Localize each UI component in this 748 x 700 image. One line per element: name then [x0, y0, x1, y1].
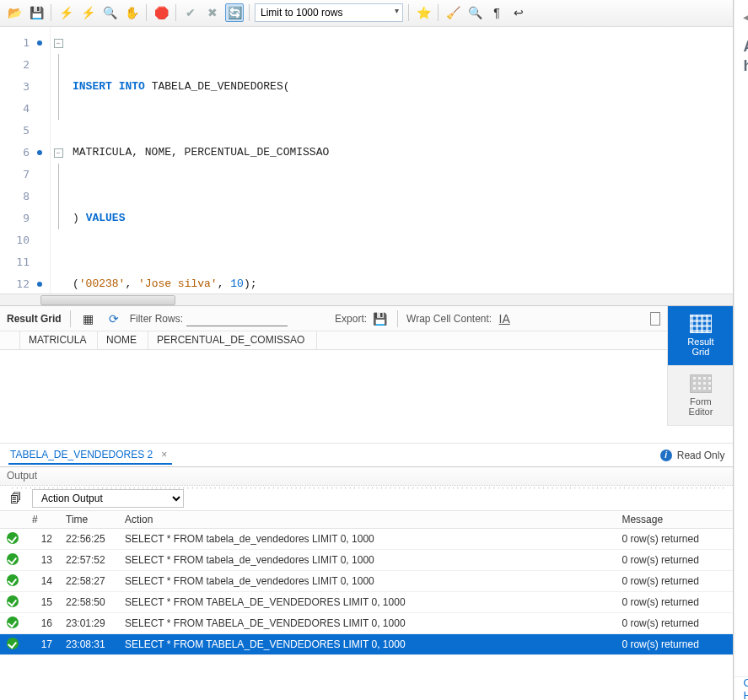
export-label: Export:	[335, 313, 367, 325]
context-help-tab[interactable]: Context Help S	[735, 676, 748, 700]
line-number: 6	[5, 142, 45, 164]
filter-rows-input[interactable]	[186, 311, 288, 326]
resultset-tabs: TABELA_DE_VENDEDORES 2 × i Read Only	[0, 443, 733, 466]
stop-icon[interactable]: 🛑	[152, 3, 170, 22]
sql-editor[interactable]: 123456789101112 −− INSERT INTO TABELA_DE…	[0, 27, 733, 305]
result-grid-body	[0, 350, 667, 443]
output-history-icon[interactable]: 🗐	[7, 489, 25, 508]
col-time[interactable]: Time	[59, 511, 118, 529]
code-area[interactable]: INSERT INTO TABELA_DE_VENDEDORES( MATRIC…	[66, 27, 733, 305]
output-mode-select[interactable]: Action Output	[32, 489, 184, 508]
wrap-cell-icon[interactable]: IA	[495, 310, 514, 328]
execute-current-icon[interactable]: ⚡	[78, 3, 97, 22]
output-row[interactable]: 12 22:56:25 SELECT * FROM tabela_de_vend…	[0, 529, 733, 550]
status-ok-icon	[7, 574, 19, 586]
execute-icon[interactable]: ⚡	[57, 3, 75, 22]
line-number: 11	[5, 251, 45, 273]
form-icon	[690, 374, 712, 393]
col-action[interactable]: Action	[118, 511, 615, 529]
column-header[interactable]: PERCENTUAL_DE_COMISSAO	[148, 331, 317, 349]
open-file-icon[interactable]: 📂	[5, 3, 24, 22]
line-number: 7	[5, 164, 45, 186]
help-title-line2: help	[743, 57, 748, 76]
status-ok-icon	[7, 532, 19, 544]
output-panel: Output ·································…	[0, 466, 733, 655]
separator	[51, 4, 51, 21]
refresh-icon[interactable]: ⟳	[105, 310, 123, 328]
line-number: 1	[5, 32, 45, 54]
line-number: 5	[5, 120, 45, 142]
resultset-tab[interactable]: TABELA_DE_VENDEDORES 2 ×	[8, 445, 172, 465]
fold-gutter: −−	[51, 27, 66, 305]
fold-toggle-icon[interactable]: −	[54, 148, 63, 158]
line-number: 2	[5, 54, 45, 76]
export-icon[interactable]: 💾	[370, 310, 389, 328]
help-title-line1: Automa	[743, 37, 748, 57]
tab-form-editor[interactable]: Form Editor	[668, 366, 733, 426]
explain-icon[interactable]: 🔍	[100, 3, 119, 22]
line-number: 10	[5, 229, 45, 251]
output-row[interactable]: 16 23:01:29 SELECT * FROM TABELA_DE_VEND…	[0, 613, 733, 634]
limit-rows-select[interactable]	[255, 3, 403, 22]
col-num[interactable]: #	[25, 511, 59, 529]
line-number-gutter: 123456789101112	[0, 27, 51, 305]
close-icon[interactable]: ×	[158, 449, 170, 460]
separator	[175, 4, 176, 21]
separator	[249, 4, 250, 21]
separator	[408, 4, 409, 21]
fold-toggle-icon[interactable]: −	[54, 39, 63, 48]
wrap-cell-label: Wrap Cell Content:	[406, 313, 492, 325]
filter-rows-label: Filter Rows:	[130, 313, 183, 325]
column-header[interactable]: MATRICULA	[20, 331, 98, 349]
status-ok-icon	[7, 595, 19, 607]
line-number: 4	[5, 98, 45, 120]
wrap-icon[interactable]: ↩	[509, 3, 528, 22]
favorite-icon[interactable]: ⭐	[414, 3, 433, 22]
panel-toggle-icon[interactable]	[650, 312, 660, 326]
sql-toolbar: 📂 💾 ⚡ ⚡ 🔍 ✋ 🛑 ✔ ✖ 🔄 ⭐ 🧹 🔍 ¶ ↩	[0, 0, 733, 27]
output-row[interactable]: 15 22:58:50 SELECT * FROM TABELA_DE_VEND…	[0, 592, 733, 613]
invisible-icon[interactable]: ¶	[487, 3, 506, 22]
help-pane: ◀ ▶ ⎘ Automa help Context Help S	[734, 0, 748, 700]
column-header[interactable]: NOME	[98, 331, 148, 349]
output-row[interactable]: 13 22:57:52 SELECT * FROM tabela_de_vend…	[0, 550, 733, 571]
find-icon[interactable]: 🔍	[465, 3, 484, 22]
output-row[interactable]: 14 22:58:27 SELECT * FROM tabela_de_vend…	[0, 571, 733, 592]
save-file-icon[interactable]: 💾	[27, 3, 46, 22]
line-number: 8	[5, 186, 45, 207]
status-ok-icon	[7, 638, 19, 649]
result-columns: MATRICULA NOME PERCENTUAL_DE_COMISSAO	[0, 331, 667, 350]
result-grid-toolbar: Result Grid ▦ ⟳ Filter Rows: Export: 💾	[0, 306, 667, 331]
line-number: 3	[5, 76, 45, 98]
info-icon: i	[660, 450, 672, 461]
separator	[146, 4, 147, 21]
output-title: Output	[7, 470, 37, 482]
output-table: # Time Action Message 12 22:56:25 SELECT…	[0, 511, 733, 655]
rollback-icon[interactable]: ✖	[203, 3, 222, 22]
tab-result-grid[interactable]: Result Grid	[668, 306, 733, 366]
output-row[interactable]: 17 23:08:31 SELECT * FROM TABELA_DE_VEND…	[0, 634, 733, 655]
editor-horizontal-scrollbar[interactable]	[0, 293, 733, 305]
result-grid-label: Result Grid	[7, 313, 62, 325]
stop-hand-icon[interactable]: ✋	[122, 3, 141, 22]
line-number: 12	[5, 273, 45, 295]
beautify-icon[interactable]: 🧹	[444, 3, 462, 22]
status-ok-icon	[7, 617, 19, 628]
autocommit-icon[interactable]: 🔄	[225, 3, 244, 22]
commit-icon[interactable]: ✔	[181, 3, 200, 22]
grid-icon	[690, 315, 712, 333]
col-message[interactable]: Message	[615, 511, 733, 529]
line-number: 9	[5, 207, 45, 229]
separator	[438, 4, 439, 21]
nav-back-icon[interactable]: ◀	[743, 10, 748, 24]
readonly-label: Read Only	[677, 450, 725, 461]
grid-view-icon[interactable]: ▦	[79, 310, 98, 328]
status-ok-icon	[7, 553, 19, 565]
